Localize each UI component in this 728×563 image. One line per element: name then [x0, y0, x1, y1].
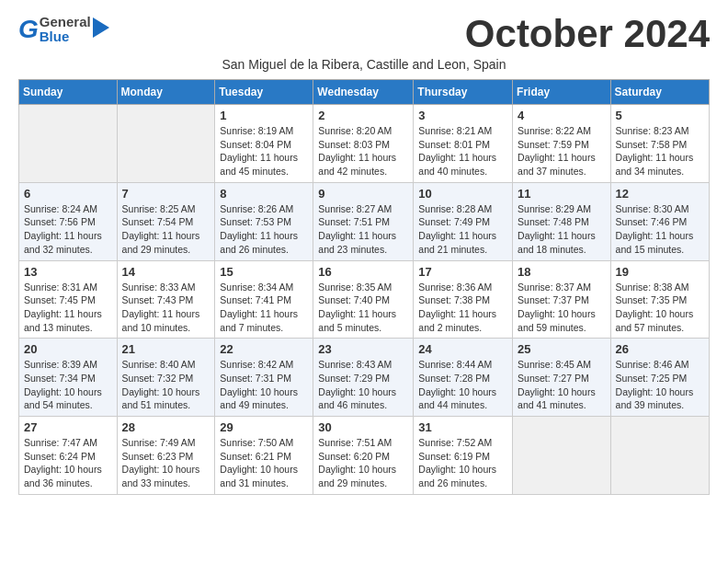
calendar-week-row: 1Sunrise: 8:19 AMSunset: 8:04 PMDaylight…	[19, 105, 710, 183]
calendar-table: Sunday Monday Tuesday Wednesday Thursday…	[18, 79, 710, 495]
day-info: Sunrise: 8:46 AMSunset: 7:25 PMDaylight:…	[616, 358, 704, 412]
day-number: 1	[220, 109, 308, 122]
table-row: 31Sunrise: 7:52 AMSunset: 6:19 PMDayligh…	[414, 417, 513, 495]
day-number: 25	[518, 342, 606, 356]
day-info: Sunrise: 8:36 AMSunset: 7:38 PMDaylight:…	[418, 281, 507, 335]
logo-general: General	[40, 15, 91, 29]
day-number: 23	[318, 342, 408, 356]
day-number: 22	[220, 342, 308, 356]
day-number: 14	[122, 265, 210, 279]
day-number: 6	[24, 187, 112, 201]
day-info: Sunrise: 8:27 AMSunset: 7:51 PMDaylight:…	[318, 202, 408, 257]
day-info: Sunrise: 8:20 AMSunset: 8:03 PMDaylight:…	[318, 124, 408, 178]
day-number: 18	[518, 265, 606, 279]
day-number: 17	[418, 265, 507, 279]
day-number: 31	[418, 420, 507, 434]
day-number: 16	[318, 265, 408, 279]
day-number: 26	[616, 342, 704, 356]
calendar-week-row: 20Sunrise: 8:39 AMSunset: 7:34 PMDayligh…	[19, 339, 710, 417]
day-number: 3	[418, 109, 507, 122]
day-info: Sunrise: 8:43 AMSunset: 7:29 PMDaylight:…	[318, 358, 408, 412]
table-row: 8Sunrise: 8:26 AMSunset: 7:53 PMDaylight…	[215, 182, 313, 260]
table-row: 5Sunrise: 8:23 AMSunset: 7:58 PMDaylight…	[610, 105, 709, 183]
calendar-week-row: 6Sunrise: 8:24 AMSunset: 7:56 PMDaylight…	[19, 182, 710, 260]
day-number: 19	[616, 265, 704, 279]
day-info: Sunrise: 7:50 AMSunset: 6:21 PMDaylight:…	[220, 436, 308, 490]
day-info: Sunrise: 8:29 AMSunset: 7:48 PMDaylight:…	[518, 202, 606, 257]
table-row: 22Sunrise: 8:42 AMSunset: 7:31 PMDayligh…	[215, 339, 313, 417]
day-number: 15	[220, 265, 308, 279]
header: G General Blue October 2024	[18, 15, 710, 53]
col-sunday: Sunday	[19, 80, 118, 105]
day-info: Sunrise: 8:22 AMSunset: 7:59 PMDaylight:…	[518, 124, 606, 178]
table-row: 6Sunrise: 8:24 AMSunset: 7:56 PMDaylight…	[19, 182, 118, 260]
table-row	[19, 105, 118, 183]
table-row	[610, 417, 709, 495]
table-row: 16Sunrise: 8:35 AMSunset: 7:40 PMDayligh…	[313, 260, 414, 339]
day-info: Sunrise: 8:30 AMSunset: 7:46 PMDaylight:…	[616, 202, 704, 257]
day-info: Sunrise: 8:19 AMSunset: 8:04 PMDaylight:…	[220, 124, 308, 178]
day-info: Sunrise: 8:26 AMSunset: 7:53 PMDaylight:…	[220, 202, 308, 257]
table-row: 14Sunrise: 8:33 AMSunset: 7:43 PMDayligh…	[117, 260, 215, 339]
col-wednesday: Wednesday	[313, 80, 414, 105]
calendar-week-row: 13Sunrise: 8:31 AMSunset: 7:45 PMDayligh…	[19, 260, 710, 339]
table-row: 23Sunrise: 8:43 AMSunset: 7:29 PMDayligh…	[313, 339, 414, 417]
table-row: 27Sunrise: 7:47 AMSunset: 6:24 PMDayligh…	[19, 417, 118, 495]
day-info: Sunrise: 8:24 AMSunset: 7:56 PMDaylight:…	[24, 202, 112, 257]
col-monday: Monday	[117, 80, 215, 105]
table-row: 28Sunrise: 7:49 AMSunset: 6:23 PMDayligh…	[117, 417, 215, 495]
table-row: 11Sunrise: 8:29 AMSunset: 7:48 PMDayligh…	[513, 182, 611, 260]
logo-blue: Blue	[40, 29, 91, 44]
day-info: Sunrise: 7:51 AMSunset: 6:20 PMDaylight:…	[318, 436, 408, 490]
col-tuesday: Tuesday	[215, 80, 313, 105]
day-info: Sunrise: 8:38 AMSunset: 7:35 PMDaylight:…	[616, 281, 704, 335]
table-row: 25Sunrise: 8:45 AMSunset: 7:27 PMDayligh…	[513, 339, 611, 417]
day-number: 2	[318, 109, 408, 122]
table-row: 20Sunrise: 8:39 AMSunset: 7:34 PMDayligh…	[19, 339, 118, 417]
day-info: Sunrise: 8:33 AMSunset: 7:43 PMDaylight:…	[122, 281, 210, 335]
col-thursday: Thursday	[414, 80, 513, 105]
logo-g: G	[18, 15, 39, 44]
day-number: 10	[418, 187, 507, 201]
day-number: 28	[122, 420, 210, 434]
table-row: 15Sunrise: 8:34 AMSunset: 7:41 PMDayligh…	[215, 260, 313, 339]
day-number: 29	[220, 420, 308, 434]
day-info: Sunrise: 8:34 AMSunset: 7:41 PMDaylight:…	[220, 281, 308, 335]
page: G General Blue October 2024 San Miguel d…	[0, 0, 728, 510]
svg-marker-0	[93, 17, 109, 38]
table-row	[117, 105, 215, 183]
day-number: 7	[122, 187, 210, 201]
day-info: Sunrise: 8:44 AMSunset: 7:28 PMDaylight:…	[418, 358, 507, 412]
day-info: Sunrise: 8:45 AMSunset: 7:27 PMDaylight:…	[518, 358, 606, 412]
table-row: 24Sunrise: 8:44 AMSunset: 7:28 PMDayligh…	[414, 339, 513, 417]
day-number: 5	[616, 109, 704, 122]
day-number: 24	[418, 342, 507, 356]
table-row: 13Sunrise: 8:31 AMSunset: 7:45 PMDayligh…	[19, 260, 118, 339]
col-saturday: Saturday	[610, 80, 709, 105]
day-info: Sunrise: 8:37 AMSunset: 7:37 PMDaylight:…	[518, 281, 606, 335]
day-info: Sunrise: 8:25 AMSunset: 7:54 PMDaylight:…	[122, 202, 210, 257]
logo: G General Blue	[18, 15, 109, 44]
table-row	[513, 417, 611, 495]
table-row: 30Sunrise: 7:51 AMSunset: 6:20 PMDayligh…	[313, 417, 414, 495]
day-number: 9	[318, 187, 408, 201]
day-info: Sunrise: 7:47 AMSunset: 6:24 PMDaylight:…	[24, 436, 112, 490]
table-row: 17Sunrise: 8:36 AMSunset: 7:38 PMDayligh…	[414, 260, 513, 339]
day-number: 30	[318, 420, 408, 434]
col-friday: Friday	[513, 80, 611, 105]
day-number: 8	[220, 187, 308, 201]
calendar-header-row: Sunday Monday Tuesday Wednesday Thursday…	[19, 80, 710, 105]
subtitle: San Miguel de la Ribera, Castille and Le…	[18, 57, 710, 72]
table-row: 26Sunrise: 8:46 AMSunset: 7:25 PMDayligh…	[610, 339, 709, 417]
month-title: October 2024	[465, 15, 710, 53]
day-info: Sunrise: 8:23 AMSunset: 7:58 PMDaylight:…	[616, 124, 704, 178]
day-info: Sunrise: 8:40 AMSunset: 7:32 PMDaylight:…	[122, 358, 210, 412]
day-info: Sunrise: 7:49 AMSunset: 6:23 PMDaylight:…	[122, 436, 210, 490]
table-row: 18Sunrise: 8:37 AMSunset: 7:37 PMDayligh…	[513, 260, 611, 339]
day-number: 12	[616, 187, 704, 201]
day-info: Sunrise: 8:39 AMSunset: 7:34 PMDaylight:…	[24, 358, 112, 412]
day-number: 27	[24, 420, 112, 434]
table-row: 10Sunrise: 8:28 AMSunset: 7:49 PMDayligh…	[414, 182, 513, 260]
day-info: Sunrise: 8:42 AMSunset: 7:31 PMDaylight:…	[220, 358, 308, 412]
day-number: 13	[24, 265, 112, 279]
